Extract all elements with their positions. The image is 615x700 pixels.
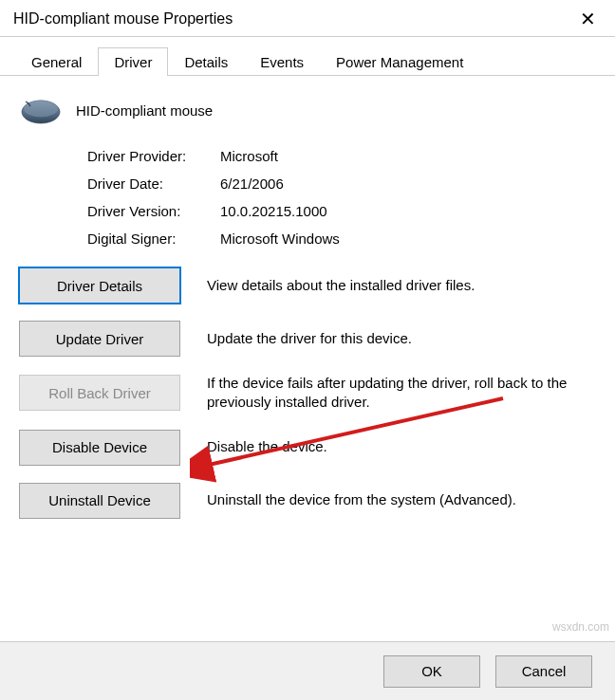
update-driver-desc: Update the driver for this device. (207, 329, 596, 348)
svg-point-1 (24, 101, 58, 118)
date-value: 6/21/2006 (220, 175, 284, 192)
driver-details-button[interactable]: Driver Details (19, 267, 180, 304)
tab-details[interactable]: Details (168, 47, 244, 76)
titlebar: HID-compliant mouse Properties ✕ (0, 0, 615, 37)
cancel-button[interactable]: Cancel (495, 655, 592, 688)
provider-label: Driver Provider: (87, 148, 220, 164)
uninstall-device-button[interactable]: Uninstall Device (19, 483, 180, 519)
tab-power-management[interactable]: Power Management (320, 47, 479, 76)
version-label: Driver Version: (87, 203, 220, 219)
roll-back-driver-button: Roll Back Driver (19, 375, 180, 411)
update-driver-button[interactable]: Update Driver (19, 321, 180, 357)
signer-label: Digital Signer: (87, 230, 220, 247)
signer-value: Microsoft Windows (220, 230, 340, 247)
roll-back-driver-desc: If the device fails after updating the d… (207, 374, 596, 413)
watermark: wsxdn.com (552, 620, 609, 634)
uninstall-device-desc: Uninstall the device from the system (Ad… (207, 490, 596, 509)
driver-info: Driver Provider: Microsoft Driver Date: … (87, 148, 596, 247)
driver-details-desc: View details about the installed driver … (207, 276, 596, 295)
window-title: HID-compliant mouse Properties (13, 10, 233, 28)
tab-general[interactable]: General (15, 47, 98, 76)
provider-value: Microsoft (220, 148, 278, 164)
close-icon[interactable]: ✕ (572, 6, 604, 32)
ok-button[interactable]: OK (383, 655, 480, 688)
date-label: Driver Date: (87, 175, 220, 192)
dialog-buttons: OK Cancel (0, 641, 615, 700)
device-header: HID-compliant mouse (19, 93, 596, 127)
tab-driver[interactable]: Driver (98, 47, 168, 76)
tab-content: HID-compliant mouse Driver Provider: Mic… (0, 76, 615, 528)
disable-device-button[interactable]: Disable Device (19, 430, 180, 466)
driver-actions: Driver Details View details about the in… (19, 267, 596, 519)
tab-events[interactable]: Events (244, 47, 320, 76)
mouse-icon (19, 93, 63, 127)
tab-strip: General Driver Details Events Power Mana… (0, 37, 615, 76)
disable-device-desc: Disable the device. (207, 437, 596, 456)
device-name: HID-compliant mouse (76, 102, 213, 119)
version-value: 10.0.20215.1000 (220, 203, 327, 219)
